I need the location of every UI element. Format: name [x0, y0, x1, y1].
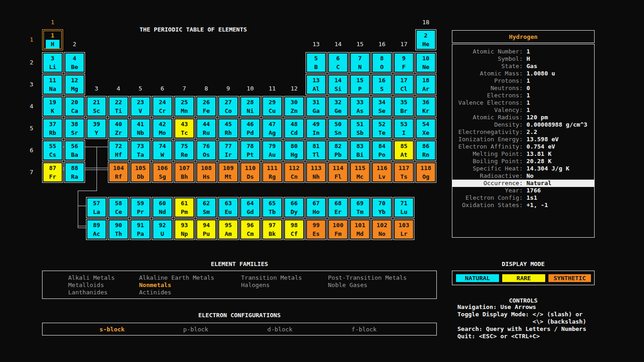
- config-f-block[interactable]: f-block: [352, 326, 377, 333]
- element-cell-He[interactable]: 2He: [415, 29, 436, 50]
- display-mode-synthetic-button[interactable]: SYNTHETIC: [548, 274, 591, 282]
- element-cell-Mg[interactable]: 12Mg: [64, 74, 85, 95]
- element-cell-Ho[interactable]: 67Ho: [306, 197, 327, 218]
- element-cell-K[interactable]: 19K: [42, 96, 63, 117]
- element-cell-Br[interactable]: 35Br: [393, 96, 414, 117]
- element-cell-Mo[interactable]: 42Mo: [152, 118, 173, 139]
- element-cell-Cd[interactable]: 48Cd: [284, 118, 305, 139]
- element-cell-Ta[interactable]: 73Ta: [130, 140, 151, 161]
- element-cell-Es[interactable]: 99Es: [306, 219, 327, 240]
- element-cell-Be[interactable]: 4Be: [64, 52, 85, 73]
- element-cell-Db[interactable]: 105Db: [130, 162, 151, 183]
- element-cell-Ca[interactable]: 20Ca: [64, 96, 85, 117]
- element-cell-Lu[interactable]: 71Lu: [393, 197, 414, 218]
- element-cell-Sg[interactable]: 106Sg: [152, 162, 173, 183]
- element-cell-V[interactable]: 23V: [130, 96, 151, 117]
- element-cell-At[interactable]: 85At: [393, 140, 414, 161]
- element-cell-Fe[interactable]: 26Fe: [196, 96, 217, 117]
- element-cell-S[interactable]: 16S: [371, 74, 392, 95]
- element-cell-Ds[interactable]: 110Ds: [240, 162, 261, 183]
- element-cell-Ba[interactable]: 56Ba: [64, 140, 85, 161]
- element-cell-Ge[interactable]: 32Ge: [327, 96, 349, 117]
- element-cell-Li[interactable]: 3Li: [42, 52, 63, 73]
- element-cell-Y[interactable]: 39Y: [86, 118, 107, 139]
- element-cell-Co[interactable]: 27Co: [218, 96, 239, 117]
- element-cell-Cs[interactable]: 55Cs: [42, 140, 63, 161]
- element-cell-Tb[interactable]: 65Tb: [262, 197, 283, 218]
- element-cell-Au[interactable]: 79Au: [262, 140, 283, 161]
- element-cell-Og[interactable]: 118Og: [415, 162, 436, 183]
- element-cell-Bh[interactable]: 107Bh: [174, 162, 195, 183]
- element-cell-Os[interactable]: 76Os: [196, 140, 217, 161]
- element-cell-H[interactable]: 1H: [42, 29, 63, 50]
- element-cell-Sr[interactable]: 38Sr: [64, 118, 85, 139]
- config-p-block[interactable]: p-block: [183, 326, 209, 333]
- element-cell-Sb[interactable]: 51Sb: [349, 118, 370, 139]
- element-cell-Mn[interactable]: 25Mn: [174, 96, 195, 117]
- element-cell-Zr[interactable]: 40Zr: [108, 118, 129, 139]
- element-cell-Pu[interactable]: 94Pu: [196, 219, 217, 240]
- element-cell-Am[interactable]: 95Am: [218, 219, 239, 240]
- element-cell-Ga[interactable]: 31Ga: [306, 96, 327, 117]
- element-cell-O[interactable]: 8O: [371, 52, 392, 73]
- element-cell-Tm[interactable]: 69Tm: [349, 197, 370, 218]
- element-cell-Rn[interactable]: 86Rn: [415, 140, 436, 161]
- element-cell-Rf[interactable]: 104Rf: [108, 162, 129, 183]
- element-cell-Bk[interactable]: 97Bk: [262, 219, 283, 240]
- element-cell-Ag[interactable]: 47Ag: [262, 118, 283, 139]
- element-cell-Gd[interactable]: 64Gd: [240, 197, 261, 218]
- family-halogens[interactable]: Halogens: [241, 282, 270, 289]
- element-cell-W[interactable]: 74W: [152, 140, 173, 161]
- element-cell-Nd[interactable]: 60Nd: [152, 197, 173, 218]
- config-d-block[interactable]: d-block: [268, 326, 293, 333]
- element-cell-Ra[interactable]: 88Ra: [64, 162, 85, 183]
- family-transition-metals[interactable]: Transition Metals: [241, 274, 302, 282]
- element-cell-Np[interactable]: 93Np: [174, 219, 195, 240]
- element-cell-U[interactable]: 92U: [152, 219, 173, 240]
- element-cell-Nh[interactable]: 113Nh: [306, 162, 327, 183]
- element-cell-Si[interactable]: 14Si: [327, 74, 349, 95]
- element-cell-Zn[interactable]: 30Zn: [284, 96, 305, 117]
- element-cell-As[interactable]: 33As: [349, 96, 370, 117]
- element-cell-Ti[interactable]: 22Ti: [108, 96, 129, 117]
- family-alkali-metals[interactable]: Alkali Metals: [68, 274, 115, 282]
- element-cell-Yb[interactable]: 70Yb: [371, 197, 392, 218]
- family-post-transition-metals[interactable]: Post-Transition Metals: [328, 274, 407, 282]
- element-cell-Ru[interactable]: 44Ru: [196, 118, 217, 139]
- element-cell-La[interactable]: 57La: [86, 197, 107, 218]
- element-cell-Th[interactable]: 90Th: [108, 219, 129, 240]
- element-cell-Pd[interactable]: 46Pd: [240, 118, 261, 139]
- element-cell-B[interactable]: 5B: [306, 52, 327, 73]
- family-noble-gases[interactable]: Noble Gases: [328, 282, 367, 289]
- element-cell-Lv[interactable]: 116Lv: [371, 162, 392, 183]
- element-cell-Fr[interactable]: 87Fr: [42, 162, 63, 183]
- element-cell-Hf[interactable]: 72Hf: [108, 140, 129, 161]
- element-cell-Ce[interactable]: 58Ce: [108, 197, 129, 218]
- element-cell-Er[interactable]: 68Er: [327, 197, 349, 218]
- element-cell-Ac[interactable]: 89Ac: [86, 219, 107, 240]
- element-cell-Pt[interactable]: 78Pt: [240, 140, 261, 161]
- element-cell-Te[interactable]: 52Te: [371, 118, 392, 139]
- element-cell-Hg[interactable]: 80Hg: [284, 140, 305, 161]
- element-cell-Re[interactable]: 75Re: [174, 140, 195, 161]
- element-cell-Rg[interactable]: 111Rg: [262, 162, 283, 183]
- element-cell-Rb[interactable]: 37Rb: [42, 118, 63, 139]
- element-cell-Cl[interactable]: 17Cl: [393, 74, 414, 95]
- element-cell-F[interactable]: 9F: [393, 52, 414, 73]
- element-cell-Pb[interactable]: 82Pb: [327, 140, 349, 161]
- element-cell-P[interactable]: 15P: [349, 74, 370, 95]
- element-cell-Fm[interactable]: 100Fm: [327, 219, 349, 240]
- element-cell-Sm[interactable]: 62Sm: [196, 197, 217, 218]
- element-cell-Tc[interactable]: 43Tc: [174, 118, 195, 139]
- element-cell-Na[interactable]: 11Na: [42, 74, 63, 95]
- family-lanthanides[interactable]: Lanthanides: [68, 289, 107, 296]
- element-cell-Nb[interactable]: 41Nb: [130, 118, 151, 139]
- element-cell-No[interactable]: 102No: [371, 219, 392, 240]
- element-cell-Ni[interactable]: 28Ni: [240, 96, 261, 117]
- config-s-block[interactable]: s-block: [100, 326, 125, 333]
- family-nonmetals[interactable]: Nonmetals: [139, 282, 171, 289]
- element-cell-Xe[interactable]: 54Xe: [415, 118, 436, 139]
- element-cell-C[interactable]: 6C: [327, 52, 349, 73]
- element-cell-Cu[interactable]: 29Cu: [262, 96, 283, 117]
- element-cell-Lr[interactable]: 103Lr: [393, 219, 414, 240]
